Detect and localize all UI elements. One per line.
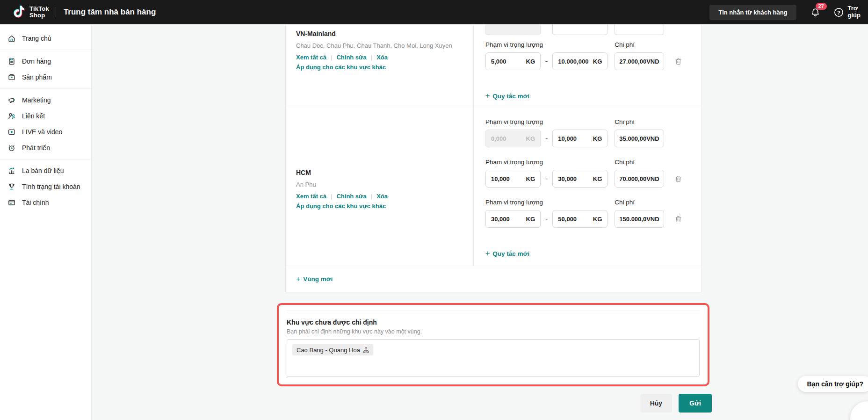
weight-min-input[interactable] <box>485 24 541 35</box>
weight-min-input[interactable]: 5,000 KG <box>485 52 541 70</box>
sidebar: Trang chủ Đơn hàng Sản phẩm Marketing Li… <box>0 24 92 420</box>
delete-link[interactable]: Xóa <box>376 54 388 61</box>
edit-link[interactable]: Chỉnh sửa <box>336 54 366 61</box>
shipping-zones-list: VN-Mainland Chau Doc, Chau Phu, Chau Tha… <box>286 24 701 266</box>
brand: TikTok Shop Trung tâm nhà bán hàng <box>13 5 156 19</box>
kg-unit: KG <box>593 58 602 65</box>
cost-input[interactable]: 70.000,00 VND <box>615 170 664 188</box>
new-zone-button[interactable]: + Vùng mới <box>296 275 333 283</box>
weight-range-label: Phạm vi trọng lượng <box>485 199 608 206</box>
sidebar-item-label: Liên kết <box>22 112 45 120</box>
help-label: Trợ giúp <box>848 5 861 19</box>
weight-range-label: Phạm vi trọng lượng <box>485 159 608 166</box>
shipping-zone-row: HCM An Phu Xem tất cả|Chỉnh sửa|Xóa Áp d… <box>286 105 701 266</box>
weight-range-group: Phạm vi trọng lượng 30,000 KG - 50,000 K… <box>485 199 608 228</box>
view-all-link[interactable]: Xem tất cả <box>296 193 326 200</box>
kg-unit: KG <box>526 58 535 65</box>
help-button[interactable]: ? Trợ giúp <box>833 5 861 19</box>
sidebar-item[interactable]: Đơn hàng <box>0 53 91 69</box>
notifications-button[interactable]: 27 <box>810 7 820 17</box>
edit-link[interactable]: Chỉnh sửa <box>336 193 366 200</box>
weight-min-input[interactable]: 10,000 KG <box>485 170 541 188</box>
new-rule-button[interactable]: + Quy tắc mới <box>485 92 529 100</box>
range-dash: - <box>545 134 548 143</box>
new-rule-button[interactable]: + Quy tắc mới <box>485 249 529 258</box>
weight-max-input[interactable]: 10,000 KG <box>552 130 608 147</box>
vnd-unit: VND <box>646 216 659 223</box>
view-all-link[interactable]: Xem tất cả <box>296 54 326 61</box>
sidebar-item[interactable]: La bàn dữ liệu <box>0 163 91 179</box>
link-separator: | <box>331 54 332 61</box>
kg-unit: KG <box>526 135 535 142</box>
weight-min-input[interactable]: 30,000 KG <box>485 210 541 228</box>
zone-links: Xem tất cả|Chỉnh sửa|Xóa <box>296 54 473 61</box>
sidebar-item-label: Đơn hàng <box>22 58 51 65</box>
sidebar-item[interactable]: Tình trạng tài khoản <box>0 179 91 195</box>
apply-other-areas-link[interactable]: Áp dụng cho các khu vực khác <box>296 203 386 210</box>
kg-unit: KG <box>593 175 602 182</box>
customer-messages-button[interactable]: Tin nhắn từ khách hàng <box>709 5 796 20</box>
main-content: VN-Mainland Chau Doc, Chau Phu, Chau Tha… <box>92 24 868 420</box>
top-header: TikTok Shop Trung tâm nhà bán hàng Tin n… <box>0 0 868 24</box>
sidebar-item-label: Tình trạng tài khoản <box>22 183 80 190</box>
sidebar-item[interactable]: Sản phẩm <box>0 69 91 85</box>
weight-min-input[interactable]: 0,000 KG <box>485 130 541 147</box>
need-help-bubble[interactable]: Bạn cần trợ giúp? <box>798 376 868 392</box>
sidebar-group: Trang chủ <box>0 27 91 50</box>
cost-input[interactable]: 150.000,0 VND <box>615 210 664 228</box>
unassigned-areas-field[interactable]: Cao Bang - Quang Hoa <box>287 339 700 377</box>
sidebar-item[interactable]: Phát triển <box>0 140 91 156</box>
unassigned-area-tag[interactable]: Cao Bang - Quang Hoa <box>292 344 373 355</box>
apply-other-areas-link[interactable]: Áp dụng cho các khu vực khác <box>296 64 386 71</box>
sidebar-group: La bàn dữ liệu Tình trạng tài khoản Tài … <box>0 159 91 214</box>
delete-rule-button[interactable] <box>673 174 683 184</box>
orders-icon <box>7 57 16 65</box>
weight-max-input[interactable] <box>552 24 608 35</box>
weight-max-input[interactable]: 10.000,000 KG <box>552 52 608 70</box>
sidebar-item[interactable]: Tài chính <box>0 195 91 210</box>
sidebar-group: Marketing Liên kết LIVE và video Phát tr… <box>0 89 91 159</box>
account-health-icon <box>7 182 16 191</box>
zone-info: HCM An Phu Xem tất cả|Chỉnh sửa|Xóa Áp d… <box>286 105 474 266</box>
district-icon <box>363 347 369 353</box>
unassigned-areas-section: Khu vực chưa được chỉ định Bạn phải chỉ … <box>277 303 709 386</box>
zone-areas: An Phu <box>296 181 473 189</box>
sidebar-item[interactable]: Marketing <box>0 92 91 108</box>
zone-areas: Chau Doc, Chau Phu, Chau Thanh, Cho Moi,… <box>296 42 473 50</box>
cost-input[interactable] <box>615 24 664 35</box>
plus-icon: + <box>485 249 490 258</box>
section-divider <box>287 311 700 311</box>
cost-input[interactable]: 27.000,00 VND <box>615 52 664 70</box>
delete-rule-button[interactable] <box>673 214 683 224</box>
cost-label: Chi phí <box>615 41 683 48</box>
zone-name: HCM <box>296 169 473 176</box>
delete-rule-button[interactable] <box>673 57 683 66</box>
trash-icon <box>674 58 682 65</box>
notification-badge: 27 <box>816 3 827 10</box>
header-divider <box>56 7 56 17</box>
live-video-icon <box>7 128 16 136</box>
sidebar-item[interactable]: Trang chủ <box>0 30 91 46</box>
products-icon <box>7 73 16 81</box>
cost-group: Chi phí 150.000,0 VND <box>615 199 683 228</box>
kg-unit: KG <box>526 175 535 182</box>
cost-input[interactable]: 35.000,00 VND <box>615 130 664 147</box>
sidebar-item-label: Tài chính <box>22 199 49 206</box>
sidebar-item[interactable]: Liên kết <box>0 108 91 124</box>
range-dash: - <box>545 174 548 183</box>
cost-label: Chi phí <box>615 118 664 125</box>
kg-unit: KG <box>593 135 602 142</box>
card-footer: + Vùng mới <box>286 266 701 292</box>
weight-max-input[interactable]: 30,000 KG <box>552 170 608 188</box>
sidebar-item[interactable]: LIVE và video <box>0 124 91 140</box>
clipped-rule-row: - <box>485 24 701 35</box>
weight-max-input[interactable]: 50,000 KG <box>552 210 608 228</box>
submit-button[interactable]: Gửi <box>679 394 712 413</box>
svg-text:?: ? <box>837 9 840 15</box>
weight-range-group: Phạm vi trọng lượng 10,000 KG - 30,000 K… <box>485 159 608 188</box>
delete-link[interactable]: Xóa <box>376 193 388 200</box>
trash-icon <box>674 175 682 183</box>
zone-name: VN-Mainland <box>296 30 473 37</box>
cancel-button[interactable]: Hủy <box>640 394 672 413</box>
brand-name: TikTok Shop <box>29 6 49 19</box>
